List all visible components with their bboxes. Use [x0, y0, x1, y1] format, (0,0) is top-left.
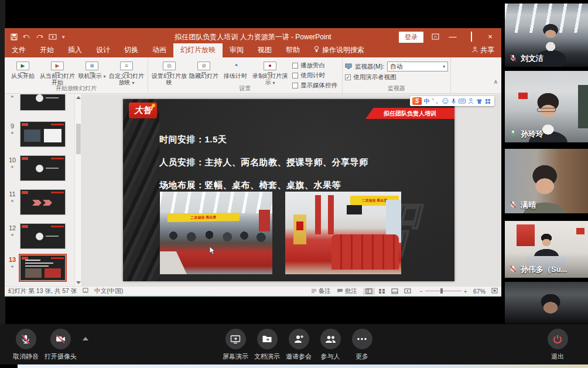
ime-mic-icon[interactable] [451, 98, 456, 105]
participant-video-liuwenjie[interactable]: 刘文洁 [505, 4, 588, 67]
tab-slideshow[interactable]: 幻灯片放映 [173, 43, 223, 57]
slide-thumbnail-panel[interactable]: 8★ 9★ 10★ 11★ 12★ [5, 94, 82, 286]
ime-handwriting-icon[interactable] [468, 98, 474, 104]
zoom-in-button[interactable]: + [464, 288, 467, 295]
qat-customize-caret[interactable]: ▾ [62, 34, 65, 40]
custom-slideshow-button[interactable]: ≡ 自定义幻灯片放映 ▾ [108, 59, 145, 86]
ime-emoji-icon[interactable] [442, 98, 449, 104]
more-button[interactable]: 更多 [349, 329, 375, 361]
slide-thumbnail-10[interactable]: 10★ [5, 155, 74, 181]
login-button[interactable]: 登录 [399, 32, 423, 43]
doc-share-button[interactable]: 文档演示 [254, 329, 280, 361]
slide-thumbnail-12[interactable]: 12★ [5, 223, 74, 249]
tell-me-search[interactable]: 操作说明搜索 [307, 43, 371, 57]
present-online-button[interactable]: ⊕ 联机演示 ▾ [76, 59, 108, 80]
monitor-globe-icon: ⊕ [86, 62, 98, 70]
normal-view-button[interactable] [363, 288, 375, 295]
tab-review[interactable]: 审阅 [223, 43, 251, 57]
from-beginning-button[interactable]: ▶ 从头开始 [7, 59, 39, 79]
mic-muted-icon [509, 54, 517, 64]
participant-video-manqing[interactable]: 满晴 [505, 149, 588, 213]
setup-slideshow-button[interactable]: ◎ 设置幻灯片放映 [151, 59, 188, 86]
collapse-ribbon-chevron[interactable]: ∧ [494, 79, 498, 85]
play-narrations-checkbox[interactable]: 播放旁白 [292, 62, 337, 70]
fit-to-window-icon[interactable] [491, 288, 498, 295]
start-slideshow-icon[interactable] [49, 34, 57, 40]
panel-scrollbar[interactable] [74, 94, 81, 286]
use-presenter-view-checkbox[interactable]: 使用演示者视图 [345, 73, 448, 81]
restore-button[interactable] [466, 32, 477, 42]
zoom-out-button[interactable]: − [419, 288, 423, 295]
proofing-icon[interactable] [83, 288, 88, 295]
tab-transitions[interactable]: 切换 [117, 43, 145, 57]
tab-insert[interactable]: 插入 [61, 43, 89, 57]
screen-share-icon [230, 335, 241, 344]
minimize-button[interactable]: — [447, 32, 458, 42]
screen-share-button[interactable]: 屏幕演示 [223, 329, 248, 361]
comment-icon [337, 288, 343, 294]
monitor-dropdown-label: 监视器(M): [355, 63, 384, 71]
slideshow-view-button[interactable] [402, 288, 413, 295]
tab-animations[interactable]: 动画 [145, 43, 173, 57]
comments-toggle[interactable]: 批注 [337, 287, 357, 295]
undo-icon[interactable] [23, 34, 30, 40]
powerpoint-window: ▾ 拟任团队负责人培训 人力资源第一讲 - PowerPoint 登录 — × … [5, 28, 501, 297]
scrollbar-thumb[interactable] [76, 124, 81, 154]
close-button[interactable]: × [485, 32, 495, 42]
participant-video-sunweiduo[interactable]: 孙伟多（Su... [505, 221, 588, 278]
record-slideshow-button[interactable]: ● 录制幻灯片演示 ▾ [251, 59, 289, 86]
ime-keyboard-icon[interactable] [459, 98, 466, 104]
notes-toggle[interactable]: 备注 [311, 287, 331, 295]
rehearse-timings-button[interactable]: ◔ 排练计时 [220, 59, 251, 79]
mic-active-icon [509, 130, 517, 139]
tab-home[interactable]: 开始 [33, 43, 61, 57]
monitor-list-icon: ≡ [120, 62, 133, 70]
unmute-button[interactable]: 取消静音 [13, 329, 39, 361]
share-button[interactable]: 共享 [465, 43, 501, 57]
slide-text-staff: 人员安排：主持人、两名助教、授课导师、分享导师 [159, 157, 368, 168]
slide-thumbnail-9[interactable]: 9★ [5, 121, 74, 147]
slide-thumbnail-8[interactable]: 8★ [5, 94, 74, 111]
slide-thumbnail-11[interactable]: 11★ [5, 189, 74, 215]
ribbon-group-setup: ◎ 设置幻灯片放映 ⊘ 隐藏幻灯片 ◔ 排练计时 ● 录制幻灯片演示 ▾ 播放旁… [148, 57, 343, 93]
ime-toolbox-icon[interactable] [485, 98, 491, 104]
slide-13[interactable]: 大智 拟任团队负责人培训 大智 时间安排：1.5天 人员安排：主持人、两名助教、… [123, 99, 454, 281]
use-timings-checkbox[interactable]: 使用计时 [292, 71, 337, 80]
sogou-logo-icon[interactable]: S [412, 97, 422, 105]
slide-sorter-view-button[interactable] [376, 288, 388, 295]
save-icon[interactable] [11, 33, 18, 40]
mouse-cursor [209, 246, 216, 257]
participant-name: 孙伟多（Su... [521, 264, 567, 275]
reading-view-button[interactable] [389, 288, 401, 295]
scroll-up-arrow[interactable] [76, 96, 81, 99]
tab-file[interactable]: 文件 [5, 43, 33, 57]
participant-video-sunlingling[interactable]: 孙玲玲 [505, 71, 588, 142]
ribbon-tabs: 文件 开始 插入 设计 切换 动画 幻灯片放映 审阅 视图 帮助 操作说明搜索 … [5, 46, 501, 57]
tab-design[interactable]: 设计 [89, 43, 117, 57]
clock-icon: ◔ [233, 60, 238, 71]
invite-button[interactable]: 邀请参会 [286, 329, 312, 361]
monitor-dropdown[interactable]: 自动▾ [387, 62, 448, 71]
animation-star-icon: ★ [5, 233, 20, 237]
open-camera-button[interactable]: 打开摄像头 [45, 329, 77, 361]
scroll-down-arrow[interactable] [76, 281, 81, 284]
zoom-control: − + [419, 288, 467, 295]
ime-punctuation-icon[interactable]: ’， [432, 97, 440, 105]
repeat-icon[interactable] [36, 34, 43, 40]
slide-counter: 幻灯片 第 13 张, 共 57 张 [8, 287, 77, 295]
from-current-slide-button[interactable]: ▶ 从当前幻灯片开始 [39, 59, 76, 86]
tab-help[interactable]: 帮助 [279, 43, 307, 57]
hide-slide-button[interactable]: ⊘ 隐藏幻灯片 [188, 59, 220, 79]
ime-skin-icon[interactable] [476, 98, 483, 104]
participant-video-5[interactable] [505, 282, 588, 323]
camera-options-caret[interactable] [83, 337, 88, 340]
ime-mode-chinese[interactable]: 中 [424, 97, 430, 105]
participants-button[interactable]: 参与人 [317, 329, 343, 361]
zoom-slider-thumb[interactable] [440, 288, 443, 294]
tab-view[interactable]: 视图 [251, 43, 279, 57]
slide-thumbnail-13-selected[interactable]: 13★ [5, 255, 74, 281]
exit-button[interactable]: 退出 [545, 329, 570, 361]
language-indicator[interactable]: 中文(中国) [94, 287, 123, 295]
zoom-percent[interactable]: 67% [473, 288, 486, 295]
ribbon-display-options-icon[interactable] [432, 32, 439, 42]
